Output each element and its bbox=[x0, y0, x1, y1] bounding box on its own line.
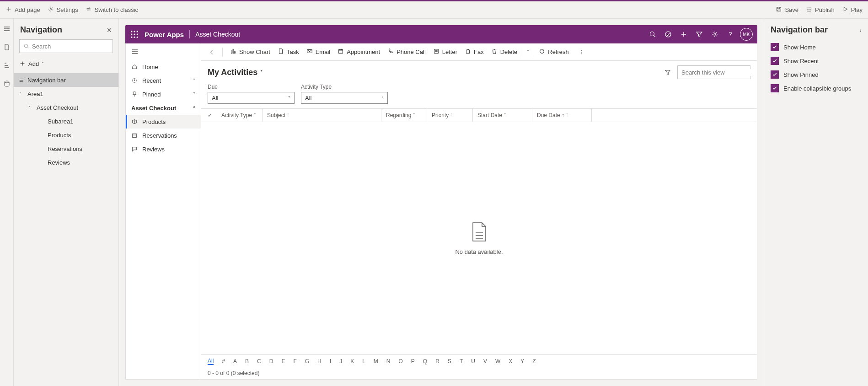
select-all-checkbox[interactable]: ✓ bbox=[208, 109, 217, 122]
tree-row-navigation-bar[interactable]: ☰Navigation bar bbox=[14, 73, 118, 87]
column-priority[interactable]: Priority˅ bbox=[432, 109, 473, 122]
alpha-G[interactable]: G bbox=[305, 358, 309, 365]
topbar-save[interactable]: Save bbox=[776, 6, 798, 14]
view-search[interactable] bbox=[677, 65, 750, 79]
close-icon[interactable]: ✕ bbox=[107, 27, 112, 34]
alpha-Y[interactable]: Y bbox=[520, 358, 524, 365]
hamburger-icon[interactable] bbox=[3, 25, 11, 32]
alpha-V[interactable]: V bbox=[483, 358, 487, 365]
sitemap-item-home[interactable]: Home bbox=[126, 60, 201, 74]
alpha-B[interactable]: B bbox=[245, 358, 249, 365]
cmd-delete[interactable]: Delete bbox=[488, 45, 521, 59]
tree-icon[interactable] bbox=[3, 62, 11, 69]
back-button[interactable] bbox=[205, 45, 219, 59]
alpha-E[interactable]: E bbox=[281, 358, 285, 365]
tree-row-products[interactable]: Products bbox=[14, 128, 118, 142]
cmd-phone-call[interactable]: Phone Call bbox=[384, 45, 429, 59]
sitemap-item-recent[interactable]: Recent˅ bbox=[126, 74, 201, 87]
chevron-right-icon[interactable]: › bbox=[859, 27, 862, 34]
alpha-P[interactable]: P bbox=[411, 358, 415, 365]
alpha-W[interactable]: W bbox=[495, 358, 500, 365]
add-button[interactable]: Add ˅ bbox=[19, 57, 113, 70]
sitemap-item-reviews[interactable]: Reviews bbox=[126, 142, 201, 156]
alpha-H[interactable]: H bbox=[317, 358, 321, 365]
gear-icon[interactable] bbox=[707, 27, 723, 42]
cmd-task[interactable]: Task bbox=[274, 45, 303, 59]
cmd-show-chart[interactable]: Show Chart bbox=[226, 45, 274, 59]
alpha-J[interactable]: J bbox=[339, 358, 342, 365]
plus-icon[interactable] bbox=[676, 27, 691, 42]
alpha-T[interactable]: T bbox=[460, 358, 463, 365]
sitemap-item-products[interactable]: Products bbox=[126, 115, 201, 129]
alpha-A[interactable]: A bbox=[233, 358, 237, 365]
more-button[interactable] bbox=[574, 45, 588, 59]
alpha-R[interactable]: R bbox=[435, 358, 439, 365]
check-enable-collapsible-groups[interactable]: Enable collapsible groups bbox=[771, 84, 862, 92]
sitemap-hamburger[interactable] bbox=[126, 43, 201, 60]
alpha-O[interactable]: O bbox=[399, 358, 403, 365]
alpha-N[interactable]: N bbox=[386, 358, 391, 365]
cmd-fax[interactable]: Fax bbox=[461, 45, 488, 59]
alpha-C[interactable]: C bbox=[257, 358, 261, 365]
check-show-recent[interactable]: Show Recent bbox=[771, 57, 862, 65]
alpha-All[interactable]: All bbox=[208, 358, 214, 365]
alpha-F[interactable]: F bbox=[293, 358, 296, 365]
tree-row-reviews[interactable]: Reviews bbox=[14, 155, 118, 169]
cmd-letter[interactable]: Letter bbox=[429, 45, 461, 59]
alpha-M[interactable]: M bbox=[374, 358, 378, 365]
cmd-appointment[interactable]: Appointment bbox=[334, 45, 384, 59]
filter-icon[interactable] bbox=[664, 69, 671, 75]
page-icon[interactable] bbox=[3, 43, 11, 51]
tree-label: Navigation bar bbox=[27, 77, 66, 84]
search-field[interactable] bbox=[32, 43, 109, 50]
alpha-U[interactable]: U bbox=[471, 358, 475, 365]
cmd-refresh[interactable]: Refresh bbox=[535, 45, 573, 59]
activity-type-select[interactable]: All ˅ bbox=[301, 92, 388, 104]
due-select[interactable]: All ˅ bbox=[208, 92, 295, 104]
tree-row-subarea1[interactable]: Subarea1 bbox=[14, 114, 118, 128]
alpha-Z[interactable]: Z bbox=[532, 358, 536, 365]
sitemap-item-reservations[interactable]: Reservations bbox=[126, 129, 201, 142]
chevron-down-icon: ˅ bbox=[413, 113, 415, 118]
column-activity-type[interactable]: Activity Type˅ bbox=[221, 109, 263, 122]
cmd-delete-split[interactable]: ˅ bbox=[525, 45, 531, 59]
waffle-icon[interactable] bbox=[130, 30, 139, 39]
cmd-label: Task bbox=[287, 48, 299, 55]
alpha-#[interactable]: # bbox=[222, 358, 225, 365]
column-start-date[interactable]: Start Date˅ bbox=[477, 109, 532, 122]
help-icon[interactable]: ? bbox=[723, 27, 738, 42]
view-search-field[interactable] bbox=[681, 69, 757, 76]
column-due-date--[interactable]: Due Date ↑˅ bbox=[537, 109, 592, 122]
assistant-icon[interactable] bbox=[660, 27, 676, 42]
topbar-play[interactable]: Play bbox=[842, 6, 863, 14]
topbar-switch-to-classic[interactable]: Switch to classic bbox=[86, 6, 138, 14]
view-title-dropdown[interactable]: My Activities ˅ bbox=[208, 68, 263, 77]
alpha-S[interactable]: S bbox=[448, 358, 451, 365]
tree-row-area1[interactable]: ˅Area1 bbox=[14, 87, 118, 101]
alpha-I[interactable]: I bbox=[330, 358, 331, 365]
data-icon[interactable] bbox=[3, 80, 11, 87]
checkbox-icon bbox=[771, 70, 779, 79]
alpha-K[interactable]: K bbox=[350, 358, 354, 365]
topbar-publish[interactable]: Publish bbox=[806, 6, 835, 14]
check-show-pinned[interactable]: Show Pinned bbox=[771, 70, 862, 79]
sitemap-group-asset-checkout[interactable]: Asset Checkout˄ bbox=[126, 101, 201, 115]
cmd-email[interactable]: Email bbox=[303, 45, 334, 59]
sitemap-item-pinned[interactable]: Pinned˅ bbox=[126, 87, 201, 101]
topbar-settings[interactable]: Settings bbox=[48, 6, 78, 14]
tree-row-reservations[interactable]: Reservations bbox=[14, 142, 118, 155]
alpha-L[interactable]: L bbox=[362, 358, 365, 365]
alpha-D[interactable]: D bbox=[269, 358, 273, 365]
column-regarding[interactable]: Regarding˅ bbox=[386, 109, 427, 122]
topbar-add-page[interactable]: Add page bbox=[5, 6, 40, 14]
avatar[interactable]: MK bbox=[740, 28, 753, 41]
check-show-home[interactable]: Show Home bbox=[771, 43, 862, 51]
search-input[interactable] bbox=[19, 39, 113, 53]
tree-row-asset-checkout[interactable]: ˅Asset Checkout bbox=[14, 101, 118, 114]
filter-icon[interactable] bbox=[691, 27, 707, 42]
svg-point-7 bbox=[134, 33, 135, 35]
search-icon[interactable] bbox=[645, 27, 660, 42]
column-subject[interactable]: Subject˅ bbox=[267, 109, 381, 122]
alpha-Q[interactable]: Q bbox=[423, 358, 427, 365]
alpha-X[interactable]: X bbox=[509, 358, 512, 365]
